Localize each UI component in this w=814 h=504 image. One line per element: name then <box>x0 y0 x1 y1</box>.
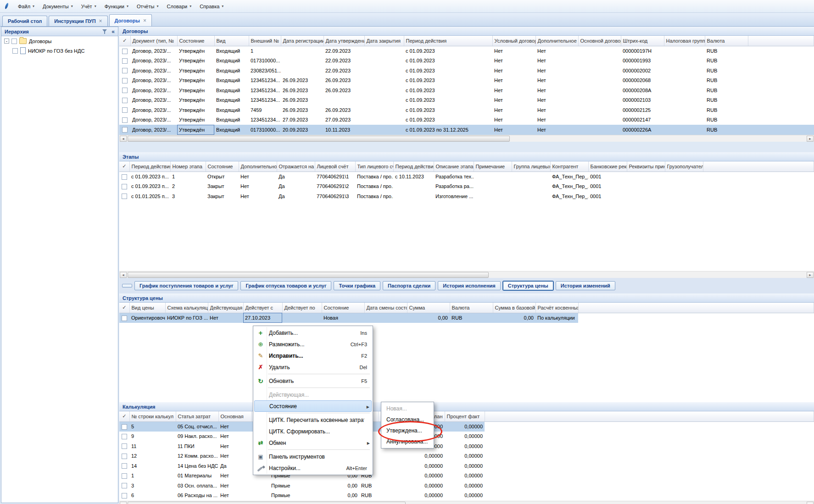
row-checkbox[interactable] <box>122 88 128 93</box>
table-row[interactable]: 1414 Цена без НДСДаПрямые0,00RUB0,000000… <box>119 461 814 471</box>
context-menu-item-exchange[interactable]: Обмен▶ <box>254 437 372 449</box>
row-checkbox[interactable] <box>122 174 127 180</box>
column-header[interactable]: Дата закрытия <box>364 36 404 46</box>
row-checkbox[interactable] <box>122 58 128 64</box>
column-header[interactable]: Контрагент <box>550 161 588 172</box>
tree-node-contracts[interactable]: - Договоры <box>1 36 118 45</box>
column-header[interactable]: Период действия з <box>393 161 434 172</box>
scroll-thumb[interactable] <box>128 272 489 278</box>
column-header[interactable]: Тип лицевого счёт <box>355 161 393 172</box>
contracts-hscrollbar[interactable]: ◄ ► <box>119 135 814 142</box>
context-menu-item-toolbar-panel[interactable]: Панель инструментов <box>254 451 372 462</box>
column-header[interactable]: Отражается на су <box>277 161 315 172</box>
column-header[interactable]: Состояние <box>206 161 239 172</box>
column-header[interactable]: Описание этапа <box>434 161 474 172</box>
collapse-panel-icon[interactable]: « <box>112 28 115 35</box>
tab-goods-issue-schedule[interactable]: График отпуска товаров и услуг <box>240 281 331 290</box>
column-header[interactable]: Налоговая группа <box>664 36 705 46</box>
column-header[interactable]: Схема калькуляци <box>165 303 208 313</box>
submenu-item-approved[interactable]: Утверждена... <box>382 425 433 436</box>
context-menu-item-refresh[interactable]: ОбновитьF5 <box>254 375 372 387</box>
column-header[interactable]: Банковские рекви <box>588 161 627 172</box>
menubar-item-functions[interactable]: Функции▾ <box>100 2 133 11</box>
table-row[interactable]: Договор, 2023/...УтверждёнВходящий123451… <box>119 95 814 105</box>
scroll-right-icon[interactable]: ► <box>807 272 814 278</box>
tab-change-history[interactable]: История изменений <box>556 281 615 290</box>
tab-price-structure[interactable]: Структура цены <box>503 281 553 290</box>
menubar-item-reports[interactable]: Отчёты▾ <box>133 2 162 11</box>
row-checkbox[interactable] <box>122 107 128 113</box>
tab-schedule-points[interactable]: Точки графика <box>334 281 380 290</box>
column-header[interactable]: Действует с <box>243 303 282 313</box>
tab-goods-receipt-schedule[interactable]: График поступления товаров и услуг <box>134 281 238 290</box>
context-menu-item-add[interactable]: Добавить...Ins <box>254 327 372 338</box>
column-header[interactable]: Реквизиты принад <box>627 161 665 172</box>
scroll-thumb[interactable] <box>128 136 510 142</box>
row-checkbox[interactable] <box>122 424 127 430</box>
scroll-right-icon[interactable]: ► <box>807 502 814 504</box>
scroll-left-icon[interactable]: ◄ <box>120 272 127 278</box>
context-menu-item-citk-form[interactable]: ЦИТК. Сформировать... <box>254 426 372 437</box>
column-header[interactable]: Штрих-код <box>621 36 664 46</box>
select-all-header[interactable]: ✓ <box>119 36 130 46</box>
menubar-item-dictionaries[interactable]: Словари▾ <box>162 2 195 11</box>
column-header[interactable]: Сумма <box>407 303 450 313</box>
row-checkbox[interactable] <box>122 483 127 488</box>
column-header[interactable]: Номер этапа <box>170 161 206 172</box>
row-checkbox[interactable] <box>122 78 128 83</box>
table-row[interactable]: Договор, 2023/...УтверждёнВходящий122.09… <box>119 46 814 56</box>
column-header[interactable]: Дополнительное с <box>535 36 578 46</box>
table-row[interactable]: Договор, 2023/...УтверждёнВходящий017310… <box>119 56 814 66</box>
table-row[interactable]: Ориентировоч...НИОКР по ГОЗ ...Нет27.10.… <box>119 313 814 323</box>
tab-deal-passports[interactable]: Паспорта сделки <box>383 281 435 290</box>
stages-hscrollbar[interactable]: ◄ ► <box>119 271 814 278</box>
column-header[interactable]: Сумма в базовой в <box>493 303 535 313</box>
table-row[interactable]: с 01.09.2023 п...1ОткрытНетДа7706406291\… <box>119 172 814 182</box>
table-row[interactable]: 1212 Комм. расхо...НетПрямые0,00RUB0,000… <box>119 451 814 461</box>
column-header[interactable]: Основной договор <box>578 36 621 46</box>
row-checkbox[interactable] <box>122 493 127 498</box>
table-row[interactable]: с 01.01.2025 п...3ЗакрытНетДа7706406291\… <box>119 191 814 201</box>
column-header[interactable]: Вид <box>214 36 249 46</box>
table-row[interactable]: Договор, 2023/...УтверждёнВходящий123451… <box>119 76 814 86</box>
menubar-item-accounting[interactable]: Учёт▾ <box>77 2 100 11</box>
column-header[interactable]: Расчёт косвенных <box>535 303 578 313</box>
table-row[interactable]: 303 Осн. оплата...НетПрямые0,00RUB0,0000… <box>119 481 814 491</box>
row-checkbox[interactable] <box>122 49 128 54</box>
tab-instructions-pup[interactable]: Инструкции ПУП× <box>49 16 107 26</box>
table-row[interactable]: Договор, 2023/...УтверждёнВходящий230823… <box>119 66 814 76</box>
table-row[interactable]: Договор, 2023/...УтверждёнВходящий123451… <box>119 115 814 125</box>
column-header[interactable]: Основная <box>218 411 251 421</box>
column-header[interactable]: Состояние <box>177 36 214 46</box>
submenu-item-annulled[interactable]: Аннулирована... <box>382 436 433 447</box>
column-header[interactable]: Дата регистрации <box>281 36 323 46</box>
table-row[interactable]: Договор, 2023/...УтверждёнВходящий123451… <box>119 85 814 95</box>
table-row[interactable]: 505 Соц. отчисл...НетПрямые0,00RUB0,0000… <box>119 421 814 432</box>
column-header[interactable]: Примечание <box>474 161 512 172</box>
column-header[interactable]: Период действия <box>404 36 492 46</box>
close-icon[interactable]: × <box>143 17 146 24</box>
context-menu-item-duplicate[interactable]: Размножить...Ctrl+F3 <box>254 338 372 350</box>
row-checkbox[interactable] <box>122 463 127 469</box>
tree-node-niokr[interactable]: НИОКР по ГОЗ без НДС <box>1 45 118 55</box>
tab-contracts[interactable]: Договоры× <box>109 14 152 26</box>
column-header[interactable]: № строки калькул <box>129 411 176 421</box>
table-row[interactable]: Договор, 2023/...УтверждёнВходящий745926… <box>119 105 814 115</box>
menubar-item-help[interactable]: Справка▾ <box>195 2 228 11</box>
column-header[interactable]: Вид цены <box>129 303 165 313</box>
row-checkbox[interactable] <box>122 184 127 189</box>
table-row[interactable]: 1111 ПКИНетПрямые0,00RUB0,000000,00000 <box>119 441 814 451</box>
context-menu-item-state[interactable]: Состояние▶ <box>254 400 372 412</box>
row-checkbox[interactable] <box>122 316 127 321</box>
column-header[interactable]: Процент факт <box>445 411 485 421</box>
select-all-header[interactable]: ✓ <box>119 161 129 172</box>
column-header[interactable]: Дополнительное с <box>239 161 277 172</box>
column-header[interactable]: Грузополучатель <box>665 161 703 172</box>
expander-icon[interactable]: - <box>4 39 9 44</box>
column-header[interactable]: Дата смены состо <box>364 303 407 313</box>
column-header[interactable]: Группа лицевых с <box>512 161 550 172</box>
row-checkbox[interactable] <box>122 127 128 133</box>
column-header[interactable]: Состояние <box>322 303 364 313</box>
checkbox[interactable] <box>12 48 18 54</box>
close-icon[interactable]: × <box>99 18 102 24</box>
